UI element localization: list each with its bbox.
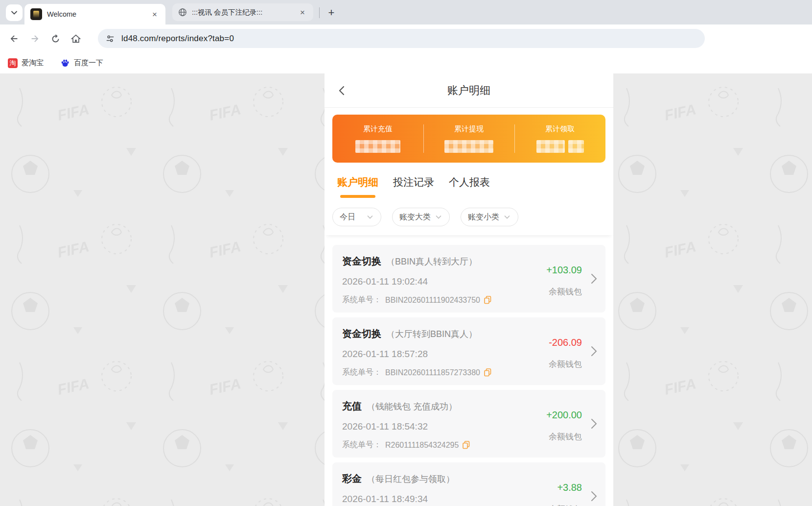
record-card[interactable]: 资金切换（大厅转到BBIN真人） 2026-01-11 18:57:28 系统单… [332, 317, 605, 385]
total-deposit: 累计充值 [332, 115, 423, 163]
close-icon[interactable]: × [150, 9, 160, 20]
masked-value [444, 140, 493, 153]
globe-icon [178, 8, 187, 17]
record-amount: +103.09 [546, 265, 582, 276]
filter-bar: 今日 账变大类 账变小类 [325, 201, 613, 235]
chevron-right-icon[interactable] [589, 490, 599, 504]
chevron-down-icon [503, 213, 511, 221]
back-arrow-icon[interactable] [336, 85, 348, 96]
record-type: 资金切换（BBIN真人转到大厅） [342, 255, 477, 268]
record-time: 2026-01-11 18:49:34 [342, 494, 428, 505]
record-wallet: 余额钱包 [549, 504, 582, 506]
record-time: 2026-01-11 18:54:32 [342, 421, 428, 432]
filter-date[interactable]: 今日 [332, 208, 381, 226]
order-prefix: 系统单号： [342, 295, 381, 305]
record-note: （每日红包参与领取） [367, 474, 455, 484]
record-card[interactable]: 彩金（每日红包参与领取） 2026-01-11 18:49:34 系统单号：20… [332, 462, 605, 506]
bookmark-baidu[interactable]: 百度一下 [60, 58, 103, 68]
panel-header: 账户明细 [325, 73, 613, 108]
home-button[interactable] [69, 31, 83, 46]
filter-label: 账变大类 [399, 212, 431, 222]
record-amount: +200.00 [546, 410, 582, 421]
chevron-right-icon[interactable] [589, 273, 599, 287]
browser-tab-betting-records[interactable]: :::视讯 会员下注纪录::: × [172, 3, 313, 21]
tab-separator [319, 7, 320, 18]
taobao-icon: 淘 [8, 58, 18, 68]
chevron-right-icon[interactable] [589, 345, 599, 359]
record-time: 2026-01-11 19:02:44 [342, 276, 428, 287]
total-claimed: 累计领取 [514, 115, 605, 163]
record-wallet: 余额钱包 [549, 431, 582, 442]
record-note: （大厅转到BBIN真人） [386, 329, 477, 339]
close-icon[interactable]: × [298, 7, 307, 18]
filter-minor-category[interactable]: 账变小类 [461, 208, 518, 226]
back-button[interactable] [7, 31, 22, 46]
record-card[interactable]: 充值（钱能钱包 充值成功） 2026-01-11 18:54:32 系统单号：R… [332, 390, 605, 458]
summary-label: 累计充值 [363, 124, 393, 134]
record-type: 资金切换（大厅转到BBIN真人） [342, 327, 477, 340]
total-withdraw: 累计提现 [423, 115, 514, 163]
chevron-down-icon [435, 213, 442, 221]
chevron-right-icon[interactable] [589, 418, 599, 432]
filter-major-category[interactable]: 账变大类 [392, 208, 450, 226]
tab-title: Welcome [47, 10, 150, 18]
tab-personal-report[interactable]: 个人报表 [449, 175, 490, 201]
forward-button[interactable] [27, 31, 42, 46]
record-note: （BBIN真人转到大厅） [386, 257, 477, 266]
record-type: 彩金（每日红包参与领取） [342, 472, 455, 485]
record-type: 充值（钱能钱包 充值成功） [342, 400, 457, 413]
record-order-row: 系统单号：BBIN202601111902433750 [342, 295, 491, 305]
bookmark-taobao[interactable]: 淘 爱淘宝 [8, 58, 44, 68]
baidu-paw-icon [60, 58, 70, 68]
record-card[interactable]: 资金切换（BBIN真人转到大厅） 2026-01-11 19:02:44 系统单… [332, 245, 605, 313]
browser-tab-strip: Welcome × :::视讯 会员下注纪录::: × + [0, 0, 812, 24]
record-wallet: 余额钱包 [549, 359, 582, 370]
record-list: 资金切换（BBIN真人转到大厅） 2026-01-11 19:02:44 系统单… [325, 235, 613, 506]
tab-search-button[interactable] [6, 4, 23, 21]
copy-icon[interactable] [463, 441, 470, 449]
report-tabs: 账户明细 投注记录 个人报表 [325, 175, 613, 201]
chevron-down-icon [10, 9, 18, 17]
game-site-icon [30, 8, 42, 20]
masked-value [536, 140, 584, 153]
copy-icon[interactable] [484, 296, 491, 304]
url-text: ld48.com/reports/index?tab=0 [121, 34, 234, 44]
browser-tab-welcome[interactable]: Welcome × [24, 4, 165, 24]
bookmark-label: 百度一下 [74, 58, 103, 68]
record-amount: +3.88 [557, 482, 582, 493]
address-bar[interactable]: ld48.com/reports/index?tab=0 [98, 29, 705, 48]
order-number: BBIN202601111857273380 [385, 368, 480, 377]
record-note: （钱能钱包 充值成功） [367, 402, 457, 411]
summary-label: 累计领取 [545, 124, 575, 134]
site-settings-icon[interactable] [106, 34, 115, 43]
masked-value [355, 140, 400, 153]
chevron-down-icon [366, 213, 374, 221]
record-order-row: 系统单号：R2601111854324295 [342, 440, 470, 450]
order-prefix: 系统单号： [342, 440, 381, 450]
page-title: 账户明细 [325, 73, 613, 107]
record-amount: -206.09 [549, 337, 582, 348]
bookmark-label: 爱淘宝 [22, 58, 44, 68]
totals-summary-card: 累计充值 累计提现 累计领取 [332, 115, 605, 163]
bookmarks-bar: 淘 爱淘宝 百度一下 [0, 52, 812, 74]
browser-toolbar: ld48.com/reports/index?tab=0 [0, 24, 812, 52]
filter-label: 今日 [340, 212, 355, 222]
account-detail-panel: 账户明细 累计充值 累计提现 累计领取 账户明细 投注记录 个人报表 今日 账变… [325, 73, 613, 506]
reload-button[interactable] [48, 31, 63, 46]
record-time: 2026-01-11 18:57:28 [342, 349, 428, 360]
record-order-row: 系统单号：BBIN202601111857273380 [342, 367, 491, 378]
new-tab-button[interactable]: + [324, 5, 339, 20]
record-wallet: 余额钱包 [549, 286, 582, 297]
tab-bet-records[interactable]: 投注记录 [393, 175, 434, 201]
filter-label: 账变小类 [468, 212, 499, 222]
tab-account-detail[interactable]: 账户明细 [337, 175, 378, 201]
tab-title: :::视讯 会员下注纪录::: [192, 8, 298, 17]
order-prefix: 系统单号： [342, 367, 381, 378]
order-number: R2601111854324295 [385, 441, 459, 450]
summary-label: 累计提现 [454, 124, 484, 134]
order-number: BBIN202601111902433750 [385, 296, 480, 305]
copy-icon[interactable] [484, 368, 491, 377]
